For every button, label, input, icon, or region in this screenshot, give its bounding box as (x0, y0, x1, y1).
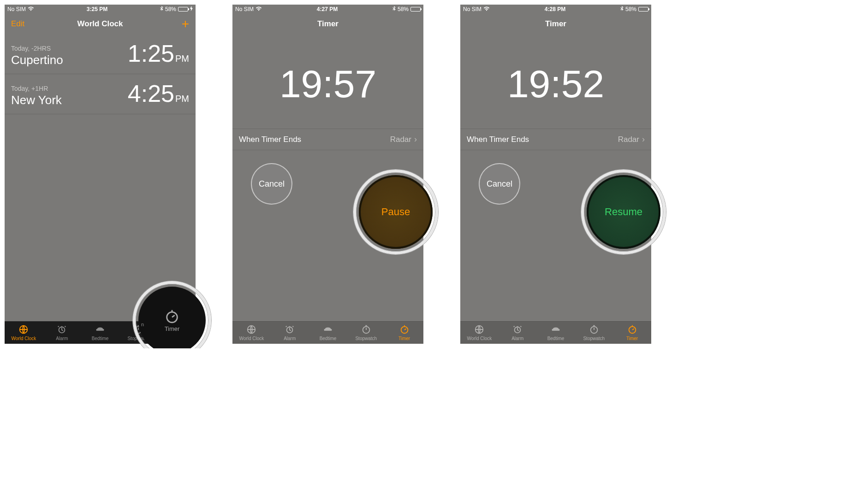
alarm-icon (512, 324, 523, 335)
tab-label: World Clock (12, 336, 36, 341)
when-timer-ends-row[interactable]: When Timer Ends Radar › (232, 129, 423, 150)
tab-alarm[interactable]: Alarm (43, 322, 81, 344)
page-title: World Clock (77, 19, 123, 29)
edit-button[interactable]: Edit (11, 19, 24, 29)
world-clock-row[interactable]: Today, +1HRNew York4:25PM (5, 74, 196, 114)
world-clock-icon (246, 324, 257, 335)
city-name: Cupertino (11, 53, 63, 67)
bedtime-icon (322, 324, 333, 335)
tab-label: World Clock (467, 336, 492, 341)
alarm-icon (284, 324, 295, 335)
navbar: Edit World Clock + (5, 14, 196, 34)
battery-percent: 58% (625, 6, 636, 12)
pause-button-placeholder (363, 163, 405, 205)
when-timer-ends-row[interactable]: When Timer Ends Radar › (460, 129, 651, 150)
stopwatch-icon (589, 324, 600, 335)
tab-bedtime[interactable]: Bedtime (537, 322, 575, 344)
tab-bar: World ClockAlarmBedtimeStopwatchTimer (460, 321, 651, 344)
carrier-text: No SIM (235, 6, 254, 12)
timer-countdown: 19:52 (460, 34, 651, 129)
when-timer-ends-label: When Timer Ends (467, 135, 529, 144)
tab-label: Stopwatch (355, 336, 377, 341)
carrier-text: No SIM (463, 6, 482, 12)
tab-world-clock[interactable]: World Clock (460, 322, 499, 344)
tab-bedtime[interactable]: Bedtime (309, 322, 347, 344)
timer-icon (171, 324, 182, 335)
status-bar: No SIM 3:25 PM 58% (5, 5, 196, 14)
tab-label: Stopwatch (127, 336, 149, 341)
navbar: Timer (232, 14, 423, 34)
status-time: 4:28 PM (545, 6, 565, 12)
stopwatch-icon (361, 324, 372, 335)
tab-label: Timer (626, 336, 638, 341)
city-time: 1:25PM (128, 40, 189, 67)
tab-stopwatch[interactable]: Stopwatch (575, 322, 613, 344)
tab-world-clock[interactable]: World Clock (5, 322, 43, 344)
tab-stopwatch[interactable]: Stopwatch (347, 322, 385, 344)
chevron-right-icon: › (414, 135, 417, 144)
timer-icon (399, 324, 410, 335)
carrier-text: No SIM (7, 6, 26, 12)
bluetooth-icon (392, 6, 396, 13)
tab-timer[interactable]: Timer (385, 322, 423, 344)
tab-bar: World ClockAlarmBedtimeStopwatchTimer (5, 321, 196, 344)
tab-world-clock[interactable]: World Clock (232, 322, 271, 344)
tab-stopwatch[interactable]: Stopwatch (119, 322, 157, 344)
tab-alarm[interactable]: Alarm (271, 322, 309, 344)
when-timer-ends-value: Radar (618, 135, 639, 144)
svg-point-4 (167, 312, 178, 323)
wifi-icon (256, 6, 262, 12)
city-name: New York (11, 93, 62, 107)
battery-icon (410, 7, 421, 12)
tab-label: Alarm (56, 336, 68, 341)
page-title: Timer (545, 19, 566, 29)
phone-world-clock: No SIM 3:25 PM 58% Edit World Clock + To… (5, 5, 196, 344)
navbar: Timer (460, 14, 651, 34)
world-clock-row[interactable]: Today, -2HRSCupertino1:25PM (5, 34, 196, 74)
alarm-icon (56, 324, 67, 335)
battery-icon (178, 7, 188, 12)
page-title: Timer (317, 19, 339, 29)
city-ampm: PM (175, 53, 189, 64)
status-time: 3:25 PM (87, 6, 107, 12)
add-button[interactable]: + (182, 18, 189, 30)
city-time: 4:25PM (128, 80, 189, 107)
stopwatch-icon (133, 324, 144, 335)
status-time: 4:27 PM (317, 6, 338, 12)
status-bar: No SIM 4:27 PM 58% (232, 5, 423, 14)
battery-percent: 58% (165, 6, 176, 12)
city-meta: Today, -2HRS (11, 45, 63, 52)
world-clock-icon (18, 324, 29, 335)
tab-label: Alarm (284, 336, 296, 341)
cancel-button[interactable]: Cancel (479, 163, 520, 205)
tab-timer[interactable]: Timer (613, 322, 651, 344)
tab-label: Bedtime (92, 336, 109, 341)
bluetooth-icon (620, 6, 624, 13)
status-bar: No SIM 4:28 PM 58% (460, 5, 651, 14)
tab-label: Bedtime (320, 336, 337, 341)
battery-icon (638, 7, 648, 12)
world-clock-icon (474, 324, 485, 335)
phone-timer-pause: No SIM 4:27 PM 58% Timer 19:57 When Time… (232, 5, 423, 344)
tab-timer[interactable]: Timer (157, 322, 196, 344)
tab-label: Stopwatch (583, 336, 605, 341)
bedtime-icon (550, 324, 561, 335)
city-ampm: PM (175, 94, 189, 104)
city-meta: Today, +1HR (11, 85, 62, 92)
phone-timer-resume: No SIM 4:28 PM 58% Timer 19:52 When Time… (460, 5, 651, 344)
cancel-button[interactable]: Cancel (251, 163, 292, 205)
resume-button-placeholder (591, 163, 633, 205)
when-timer-ends-value: Radar (390, 135, 411, 144)
bedtime-icon (95, 324, 106, 335)
tab-label: Timer (398, 336, 410, 341)
chevron-right-icon: › (642, 135, 645, 144)
wifi-icon (28, 6, 34, 12)
wifi-icon (483, 6, 490, 12)
tab-label: Bedtime (547, 336, 565, 341)
tab-label: Alarm (511, 336, 523, 341)
charging-icon (190, 6, 193, 12)
tab-bedtime[interactable]: Bedtime (81, 322, 119, 344)
battery-percent: 58% (398, 6, 409, 12)
tab-bar: World ClockAlarmBedtimeStopwatchTimer (232, 321, 423, 344)
tab-alarm[interactable]: Alarm (499, 322, 537, 344)
